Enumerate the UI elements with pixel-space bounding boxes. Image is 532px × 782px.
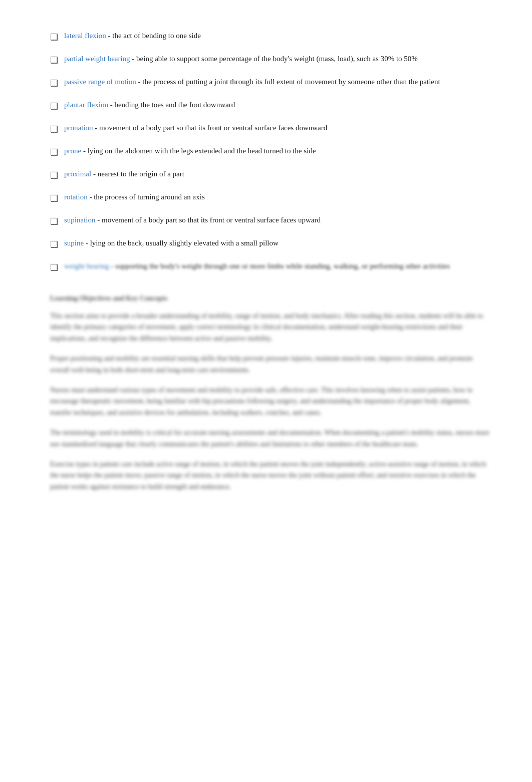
- term-passive-range-of-motion: passive range of motion: [64, 78, 136, 86]
- bullet-icon: ❏: [50, 261, 64, 275]
- list-item: ❏ supine - lying on the back, usually sl…: [50, 237, 492, 251]
- list-item: ❏ passive range of motion - the process …: [50, 76, 492, 90]
- list-item: ❏ lateral flexion - the act of bending t…: [50, 30, 492, 44]
- term-supination: supination: [64, 216, 96, 224]
- list-item: ❏ supination - movement of a body part s…: [50, 214, 492, 228]
- bullet-icon: ❏: [50, 192, 64, 205]
- item-text: proximal - nearest to the origin of a pa…: [64, 168, 184, 180]
- def-passive-range-of-motion: - the process of putting a joint through…: [136, 78, 440, 86]
- def-supination: - movement of a body part so that its fr…: [96, 216, 321, 224]
- list-item: ❏ rotation - the process of turning arou…: [50, 191, 492, 205]
- def-rotation: - the process of turning around an axis: [88, 193, 205, 201]
- term-lateral-flexion: lateral flexion: [64, 32, 106, 40]
- def-proximal: - nearest to the origin of a part: [91, 170, 184, 178]
- bullet-icon: ❏: [50, 169, 64, 182]
- list-item: ❏ pronation - movement of a body part so…: [50, 122, 492, 136]
- item-text: weight bearing - supporting the body's w…: [64, 260, 450, 272]
- item-text: supination - movement of a body part so …: [64, 214, 321, 226]
- def-pronation: - movement of a body part so that its fr…: [93, 124, 328, 132]
- bullet-icon: ❏: [50, 123, 64, 136]
- bullet-icon: ❏: [50, 238, 64, 251]
- def-prone: - lying on the abdomen with the legs ext…: [81, 147, 316, 155]
- item-text: partial weight bearing - being able to s…: [64, 53, 418, 65]
- item-text: passive range of motion - the process of…: [64, 76, 440, 88]
- blurred-para-3: Nurses must understand various types of …: [50, 385, 492, 418]
- item-text: supine - lying on the back, usually slig…: [64, 237, 279, 249]
- term-supine: supine: [64, 239, 84, 247]
- bullet-icon: ❏: [50, 31, 64, 44]
- blurred-para-1: This section aims to provide a broader u…: [50, 311, 492, 344]
- glossary-list: ❏ lateral flexion - the act of bending t…: [50, 30, 492, 275]
- def-partial-weight-bearing: - being able to support some percentage …: [130, 55, 418, 63]
- blurred-para-4: The terminology used in mobility is crit…: [50, 427, 492, 450]
- term-partial-weight-bearing: partial weight bearing: [64, 55, 130, 63]
- term-rotation: rotation: [64, 193, 88, 201]
- term-plantar-flexion: plantar flexion: [64, 101, 108, 109]
- bullet-icon: ❏: [50, 77, 64, 90]
- list-item: ❏ prone - lying on the abdomen with the …: [50, 145, 492, 159]
- term-pronation: pronation: [64, 124, 93, 132]
- def-supine: - lying on the back, usually slightly el…: [84, 239, 279, 247]
- item-text: plantar flexion - bending the toes and t…: [64, 99, 235, 111]
- blurred-content-section: Learning Objectives and Key Concepts Thi…: [50, 295, 492, 492]
- list-item: ❏ plantar flexion - bending the toes and…: [50, 99, 492, 113]
- item-text: lateral flexion - the act of bending to …: [64, 30, 201, 42]
- blurred-section-heading: Learning Objectives and Key Concepts: [50, 295, 492, 303]
- list-item: ❏ weight bearing - supporting the body's…: [50, 260, 492, 275]
- blurred-para-2: Proper positioning and mobility are esse…: [50, 353, 492, 376]
- bullet-icon: ❏: [50, 100, 64, 113]
- bullet-icon: ❏: [50, 54, 64, 67]
- term-weight-bearing: weight bearing: [64, 262, 109, 270]
- list-item: ❏ proximal - nearest to the origin of a …: [50, 168, 492, 182]
- list-item: ❏ partial weight bearing - being able to…: [50, 53, 492, 67]
- item-text: rotation - the process of turning around…: [64, 191, 205, 203]
- def-weight-bearing: - supporting the body's weight through o…: [109, 262, 450, 270]
- term-prone: prone: [64, 147, 81, 155]
- def-plantar-flexion: - bending the toes and the foot downward: [108, 101, 235, 109]
- bullet-icon: ❏: [50, 215, 64, 228]
- term-proximal: proximal: [64, 170, 91, 178]
- def-lateral-flexion: - the act of bending to one side: [106, 32, 201, 40]
- item-text: prone - lying on the abdomen with the le…: [64, 145, 316, 157]
- blurred-para-5: Exercise types in patient care include a…: [50, 459, 492, 492]
- bullet-icon: ❏: [50, 146, 64, 159]
- item-text: pronation - movement of a body part so t…: [64, 122, 327, 134]
